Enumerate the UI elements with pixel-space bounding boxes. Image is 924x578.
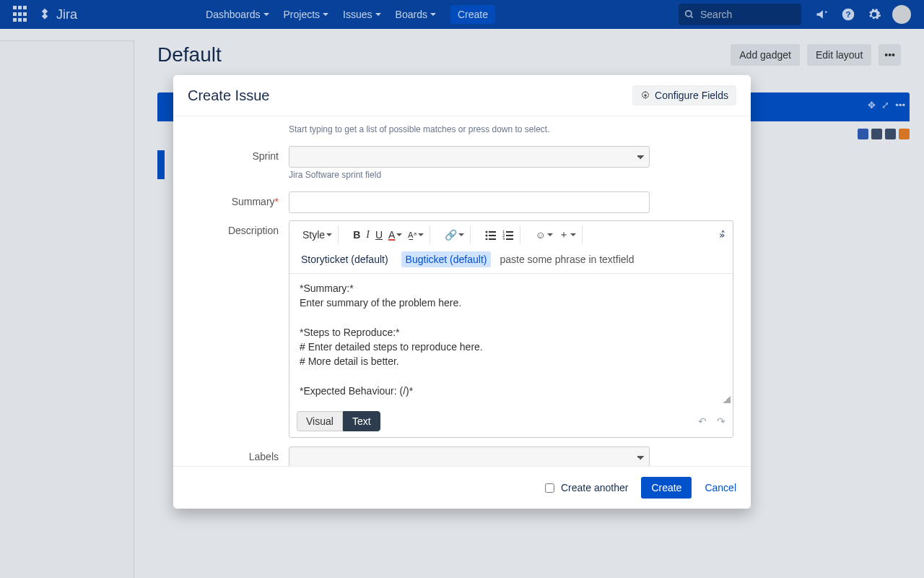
italic-button[interactable]: I (366, 229, 370, 241)
redo-icon[interactable]: ↷ (717, 415, 725, 427)
undo-icon[interactable]: ↶ (698, 415, 707, 427)
chevron-down-icon (547, 233, 553, 236)
svg-point-5 (486, 231, 488, 233)
svg-point-7 (486, 235, 488, 237)
svg-rect-14 (506, 235, 513, 236)
chevron-down-icon (458, 233, 464, 236)
svg-point-4 (644, 94, 647, 97)
svg-rect-6 (489, 231, 496, 233)
create-another-checkbox[interactable]: Create another (542, 481, 628, 495)
chevron-down-icon (418, 233, 424, 236)
summary-input[interactable] (289, 191, 650, 213)
cancel-link[interactable]: Cancel (705, 482, 736, 493)
description-label: Description (188, 220, 289, 236)
epic-link-hint: Start typing to get a list of possible m… (289, 124, 650, 134)
description-editor: Style B I U A A̲ᵃ 🔗 (289, 220, 733, 438)
svg-rect-16 (506, 238, 513, 240)
svg-text:3: 3 (502, 237, 505, 240)
template-bar: Storyticket (default) Bugticket (default… (289, 249, 733, 273)
svg-rect-12 (506, 231, 513, 233)
create-button[interactable]: Create (641, 477, 692, 499)
template-hint: paste some phrase in textfield (500, 254, 634, 265)
svg-rect-10 (489, 238, 496, 240)
gear-icon (640, 90, 650, 100)
mode-text[interactable]: Text (343, 411, 380, 431)
link-button[interactable]: 🔗 (445, 229, 464, 241)
labels-select[interactable] (289, 447, 650, 466)
create-another-label: Create another (561, 482, 628, 493)
modal-footer: Create another Create Cancel (173, 466, 751, 509)
chevron-down-icon (570, 233, 576, 236)
insert-more-button[interactable]: ＋ (559, 228, 576, 241)
numbered-list-button[interactable]: 123 (502, 230, 514, 240)
create-another-input[interactable] (545, 483, 554, 493)
summary-label: Summary (232, 196, 275, 207)
modal-title: Create Issue (188, 87, 269, 104)
bugticket-template[interactable]: Bugticket (default) (401, 251, 492, 267)
emoji-button[interactable]: ☺ (535, 229, 552, 241)
sprint-label: Sprint (188, 146, 289, 162)
text-color-button[interactable]: A (388, 229, 402, 241)
modal-overlay: Create Issue Configure Fields Start typi… (0, 0, 924, 578)
storyticket-template[interactable]: Storyticket (default) (297, 251, 393, 267)
chevron-down-icon (396, 233, 402, 236)
modal-header: Create Issue Configure Fields (173, 75, 751, 116)
text-format-more-button[interactable]: A̲ᵃ (408, 230, 424, 240)
editor-toolbar: Style B I U A A̲ᵃ 🔗 (289, 221, 733, 249)
create-issue-modal: Create Issue Configure Fields Start typi… (173, 75, 751, 509)
style-dropdown[interactable]: Style (302, 229, 332, 241)
editor-expand-icon[interactable]: »̂ (719, 229, 725, 241)
bold-button[interactable]: B (353, 229, 360, 241)
description-textarea[interactable]: *Summary:* Enter summary of the problem … (289, 273, 733, 405)
configure-fields-label: Configure Fields (655, 90, 728, 101)
svg-point-9 (486, 238, 488, 241)
sprint-select[interactable] (289, 146, 650, 168)
editor-mode-bar: Visual Text ↶ ↷ (289, 405, 733, 437)
underline-button[interactable]: U (375, 229, 383, 241)
configure-fields-button[interactable]: Configure Fields (632, 85, 736, 105)
bullet-list-button[interactable] (485, 230, 497, 240)
chevron-down-icon (326, 233, 332, 236)
labels-label: Labels (188, 447, 289, 462)
mode-visual[interactable]: Visual (297, 411, 343, 431)
modal-body: Start typing to get a list of possible m… (173, 116, 751, 466)
svg-rect-8 (489, 235, 496, 236)
sprint-hint: Jira Software sprint field (289, 170, 650, 180)
